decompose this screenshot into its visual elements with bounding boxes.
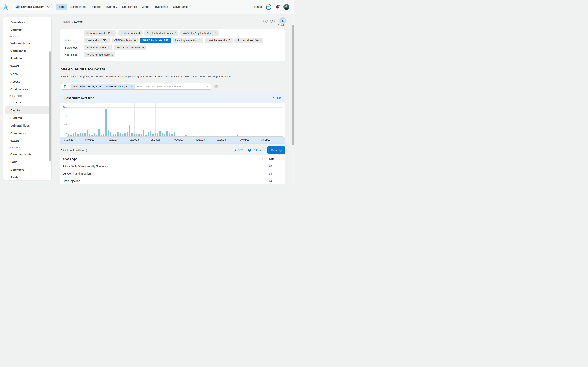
chart-bar[interactable]: [122, 133, 123, 136]
sidebar-item-cnns[interactable]: CNNS: [5, 70, 49, 78]
sidebar-item-events[interactable]: Events: [5, 106, 49, 114]
sidebar-item-alerts[interactable]: Alerts: [5, 174, 49, 180]
chart-bar[interactable]: [131, 133, 133, 137]
audit-chip-app-embedded-audits[interactable]: App-Embedded audits0: [144, 31, 179, 36]
csv-export-button[interactable]: CSV: [233, 149, 243, 152]
audit-chip-waas-for-hosts[interactable]: WAAS for hosts787: [140, 38, 171, 43]
chart-bar[interactable]: [143, 131, 145, 137]
chart-bar[interactable]: [164, 134, 165, 137]
total-count-link[interactable]: 20: [269, 165, 272, 168]
sidebar-item-att-ck[interactable]: ATT&CK: [5, 99, 49, 107]
chart-bar[interactable]: [155, 133, 156, 137]
settings-link[interactable]: Settings: [252, 5, 262, 8]
sidebar-item-runtime[interactable]: Runtime: [5, 114, 49, 122]
nav-item-inventory[interactable]: Inventory: [104, 4, 119, 10]
sidebar-item-runtime[interactable]: Runtime: [5, 55, 49, 63]
usage-ring-badge[interactable]: 80%: [266, 4, 271, 10]
chart-bar[interactable]: [110, 133, 112, 136]
module-selector-dropdown[interactable]: Runtime Security: [12, 4, 52, 10]
date-filter-chip[interactable]: Date: From Jul 23, 2023 01:14 PM to Oct …: [71, 84, 135, 89]
sidebar-item-vulnerabilities[interactable]: Vulnerabilities: [5, 39, 49, 47]
chart-bar[interactable]: [82, 133, 83, 137]
chart-bar[interactable]: [94, 133, 95, 136]
chart-bar[interactable]: [157, 133, 158, 137]
chart-bar[interactable]: [75, 132, 76, 136]
user-avatar[interactable]: [284, 4, 289, 10]
audit-chip-waas-for-agentless[interactable]: WAAS for agentless0: [84, 52, 115, 57]
audit-chip-waas-for-app-embedded[interactable]: WAAS for App-Embedded0: [180, 31, 219, 36]
chart-bar[interactable]: [174, 132, 175, 137]
nav-item-home[interactable]: Home: [56, 4, 68, 10]
sidebar-scrollbar[interactable]: [49, 51, 51, 161]
nav-item-governance[interactable]: Governance: [171, 4, 190, 10]
chart-bar[interactable]: [108, 131, 109, 137]
chart-date-axis-band[interactable]: 07/23/2308/01/2308/11/2308/20/2308/29/23…: [61, 136, 285, 144]
chart-bar[interactable]: [117, 132, 119, 137]
group-by-button[interactable]: Group by: [267, 146, 285, 154]
chart-bar[interactable]: [87, 131, 88, 137]
chart-bar[interactable]: [120, 133, 121, 137]
chart-bar[interactable]: [79, 133, 81, 137]
chart-bar[interactable]: [162, 133, 163, 136]
column-attack-type[interactable]: Attack type: [63, 158, 77, 161]
audit-chip-waas-for-serverless[interactable]: WAAS for serverless0: [114, 45, 147, 50]
chart-bar[interactable]: [141, 134, 142, 137]
total-count-link[interactable]: 14: [269, 179, 272, 183]
sidebar-item-vulnerabilities[interactable]: Vulnerabilities: [5, 122, 49, 130]
chart-bar[interactable]: [127, 132, 128, 137]
page-scrollbar-thumb[interactable]: [292, 25, 294, 145]
chart-bar[interactable]: [129, 125, 130, 136]
sidebar-item-settings[interactable]: Settings: [5, 26, 49, 34]
sidebar-item-compliance[interactable]: Compliance: [5, 47, 49, 55]
refresh-button[interactable]: Refresh: [248, 149, 262, 152]
chart-bar[interactable]: [98, 129, 100, 137]
chart-bar[interactable]: [150, 131, 151, 136]
audit-chip-serverless-audits[interactable]: Serverless audits1: [84, 45, 112, 50]
alerts-bell-icon[interactable]: [270, 19, 275, 23]
chart-bar[interactable]: [112, 134, 114, 137]
chart-bar[interactable]: [84, 133, 86, 136]
column-total[interactable]: Total: [269, 158, 275, 161]
sort-ascending-icon[interactable]: ↑: [262, 157, 264, 161]
chart-bar[interactable]: [136, 133, 137, 136]
nav-item-reports[interactable]: Reports: [88, 4, 103, 10]
hide-chart-button[interactable]: Hide: [273, 97, 281, 100]
nav-item-dashboards[interactable]: Dashboards: [68, 4, 88, 10]
chart-bar[interactable]: [72, 133, 74, 136]
filter-input-box[interactable]: 1 Date: From Jul 23, 2023 01:14 PM to Oc…: [61, 83, 211, 90]
chart-bar[interactable]: [124, 133, 126, 137]
chart-bar[interactable]: [159, 131, 161, 136]
chart-bar[interactable]: [89, 133, 90, 136]
sidebar-item-cloud-accounts[interactable]: Cloud accounts: [5, 150, 49, 158]
chart-bar[interactable]: [148, 132, 149, 137]
sidebar-item-waas[interactable]: WAAS: [5, 62, 49, 70]
help-icon[interactable]: ?: [263, 19, 268, 23]
chart-bar[interactable]: [134, 133, 135, 136]
total-count-link[interactable]: 13: [269, 172, 272, 175]
chart-bar[interactable]: [105, 109, 107, 137]
chart-bar[interactable]: [169, 133, 170, 137]
date-chip-close-icon[interactable]: ✕: [131, 85, 133, 88]
breadcrumb-parent[interactable]: Monitor: [63, 20, 71, 23]
audit-chip-host-file-integrity[interactable]: Host file integrity0: [205, 38, 233, 43]
audit-chip-docker-audits[interactable]: Docker audits4: [118, 31, 143, 36]
clear-filter-icon[interactable]: ×: [206, 85, 209, 88]
chart-bar[interactable]: [103, 133, 104, 136]
nav-item-investigate[interactable]: Investigate: [152, 4, 170, 10]
sidebar-item-logs[interactable]: Logs: [5, 158, 49, 166]
nav-item-compliance[interactable]: Compliance: [120, 4, 139, 10]
notifications-bell-icon[interactable]: [276, 5, 279, 9]
sidebar-item-defenders[interactable]: Defenders: [5, 166, 49, 174]
audit-chip-host-activities[interactable]: Host activities40K+: [234, 38, 263, 43]
audit-chip-host-audits[interactable]: Host audits10K+: [84, 38, 110, 43]
sidebar-item-waas[interactable]: WAAS: [5, 137, 49, 145]
radar-scan-icon[interactable]: [280, 18, 285, 23]
chart-bar[interactable]: [166, 131, 168, 136]
nav-item-alerts[interactable]: Alerts: [140, 4, 151, 10]
filter-help-icon[interactable]: ?: [214, 85, 218, 88]
audit-chip-cnns-for-hosts[interactable]: CNNS for hosts0: [112, 38, 138, 43]
sidebar-item-compliance[interactable]: Compliance: [5, 130, 49, 137]
audit-chip-host-log-inspection[interactable]: Host log inspection1: [173, 38, 203, 43]
audit-chip-admission-audits[interactable]: Admission audits11K+: [84, 31, 116, 36]
audit-filter-input[interactable]: [137, 85, 206, 88]
